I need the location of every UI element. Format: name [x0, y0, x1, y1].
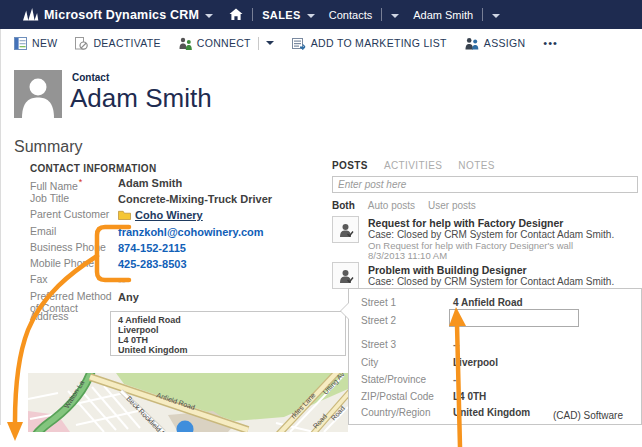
annotation-arrowhead-down	[7, 422, 23, 441]
field-row-full-name: Full Name* Adam Smith	[30, 177, 330, 192]
filter-user-posts[interactable]: User posts	[428, 200, 476, 211]
nav-contacts[interactable]: Contacts	[329, 9, 372, 21]
filter-auto-posts[interactable]: Auto posts	[368, 200, 415, 211]
assign-icon	[465, 37, 479, 50]
state-value[interactable]: --	[453, 374, 460, 385]
post-filters: Both Auto posts User posts	[332, 200, 476, 211]
field-label: Email	[30, 226, 118, 238]
separator	[381, 8, 382, 21]
field-row-mobile-phone: Mobile Phone 425-283-8503	[30, 258, 330, 270]
command-bar: NEW DEACTIVATE CONNECT	[0, 29, 642, 57]
zip-value[interactable]: L4 0TH	[453, 391, 486, 402]
address-line: Liverpool	[118, 325, 338, 335]
entity-type-label: Contact	[72, 72, 109, 83]
field-label: Street 3	[361, 339, 453, 350]
post-record-icon	[332, 262, 359, 289]
field-row-job-title: Job Title Concrete-Mixing-Truck Driver	[30, 193, 330, 205]
field-label: Job Title	[30, 193, 118, 205]
page-left-border	[0, 29, 1, 425]
street3-value[interactable]: --	[453, 339, 460, 350]
nav-sales[interactable]: SALES	[262, 9, 301, 21]
filter-both[interactable]: Both	[332, 200, 355, 211]
post-record-icon	[332, 216, 359, 243]
field-row-parent-customer: Parent Customer Coho Winery	[30, 209, 330, 221]
separator	[258, 37, 259, 50]
post-timestamp: 8/3/2013 11:10 AM	[368, 250, 447, 261]
street1-value[interactable]: 4 Anfield Road	[453, 297, 523, 308]
contact-information-heading: CONTACT INFORMATION	[30, 163, 156, 174]
business-phone-link[interactable]: 874-152-2115	[118, 242, 186, 254]
connect-button[interactable]: CONNECT	[179, 37, 251, 50]
post-body: Case: Closed by CRM System for Contact A…	[368, 276, 614, 287]
field-label: Address	[30, 311, 118, 323]
brand-menu[interactable]: Microsoft Dynamics CRM	[44, 8, 199, 22]
text-cursor	[454, 313, 455, 324]
address-flyout: Street 1 4 Anfield Road Street 2 Street …	[348, 288, 642, 425]
tab-activities[interactable]: ACTIVITIES	[384, 160, 442, 171]
required-marker: *	[79, 177, 83, 187]
field-label: State/Province	[361, 374, 453, 385]
home-icon[interactable]	[229, 8, 243, 21]
field-label: Parent Customer	[30, 209, 118, 221]
nav-record-adam-smith[interactable]: Adam Smith	[413, 9, 473, 21]
social-pane-tabs: POSTS ACTIVITIES NOTES	[332, 160, 495, 171]
address-composite-box[interactable]: 4 Anfield Road Liverpool L4 0TH United K…	[110, 311, 346, 356]
new-icon	[14, 37, 27, 50]
chevron-down-icon[interactable]	[391, 14, 399, 18]
field-label: Fax	[30, 274, 118, 286]
flyout-row-state: State/Province --	[361, 374, 631, 385]
email-link[interactable]: franzkohl@cohowinery.com	[118, 226, 264, 238]
summary-heading: Summary	[14, 138, 82, 156]
mobile-phone-link[interactable]: 425-283-8503	[118, 258, 187, 270]
post-title[interactable]: Problem with Building Designer	[368, 264, 527, 276]
field-row-email: Email franzkohl@cohowinery.com	[30, 226, 330, 238]
field-row-business-phone: Business Phone 874-152-2115	[30, 242, 330, 254]
preferred-method-value[interactable]: Any	[118, 291, 139, 303]
country-value[interactable]: United Kingdom	[453, 407, 530, 418]
crm-window: Microsoft Dynamics CRM SALES Contacts Ad…	[0, 0, 642, 447]
field-label: Full Name*	[30, 177, 118, 192]
field-row-fax: Fax --	[30, 274, 330, 286]
chevron-down-icon[interactable]	[205, 14, 213, 18]
field-label: Country/Region	[361, 407, 453, 418]
more-commands-button[interactable]: •••	[543, 37, 558, 49]
avatar[interactable]	[14, 70, 62, 118]
case-contact-icon	[338, 222, 354, 238]
field-label: Mobile Phone	[30, 258, 118, 270]
background-clipped-text: (CAD) Software	[553, 410, 623, 421]
field-label: Street 2	[361, 315, 453, 326]
add-to-marketing-list-button[interactable]: ADD TO MARKETING LIST	[292, 37, 447, 50]
page-title: Adam Smith	[70, 83, 212, 114]
fax-value[interactable]: --	[118, 274, 125, 286]
new-button[interactable]: NEW	[14, 37, 57, 50]
assign-button[interactable]: ASSIGN	[465, 37, 525, 50]
flyout-row-city: City Liverpool	[361, 357, 631, 368]
flyout-row-zip: ZIP/Postal Code L4 0TH	[361, 391, 631, 402]
separator	[252, 8, 253, 21]
case-contact-icon	[338, 268, 354, 284]
bing-map[interactable]: Walton La Anfield Road Beck Rockfield Rd…	[28, 373, 348, 432]
address-line: L4 0TH	[118, 335, 338, 345]
city-value[interactable]: Liverpool	[453, 357, 498, 368]
job-title-value[interactable]: Concrete-Mixing-Truck Driver	[118, 193, 272, 205]
parent-customer-link[interactable]: Coho Winery	[118, 209, 203, 221]
street2-input[interactable]	[449, 309, 579, 327]
tab-posts[interactable]: POSTS	[332, 160, 368, 171]
post-title[interactable]: Request for help with Factory Designer	[368, 217, 563, 229]
field-label: Business Phone	[30, 242, 118, 254]
tab-notes[interactable]: NOTES	[458, 160, 494, 171]
post-input[interactable]	[332, 176, 638, 193]
separator	[482, 8, 483, 21]
address-line: United Kingdom	[118, 345, 338, 355]
chevron-down-icon[interactable]	[492, 14, 500, 18]
folder-icon	[118, 210, 131, 220]
field-label: Street 1	[361, 297, 453, 308]
field-label: ZIP/Postal Code	[361, 391, 453, 402]
chevron-down-icon[interactable]	[307, 14, 315, 18]
full-name-value[interactable]: Adam Smith	[118, 177, 182, 189]
deactivate-button[interactable]: DEACTIVATE	[75, 37, 160, 50]
flyout-row-street3: Street 3 --	[361, 339, 631, 350]
field-label: City	[361, 357, 453, 368]
deactivate-icon	[75, 37, 88, 50]
connect-dropdown-icon[interactable]	[266, 41, 274, 45]
